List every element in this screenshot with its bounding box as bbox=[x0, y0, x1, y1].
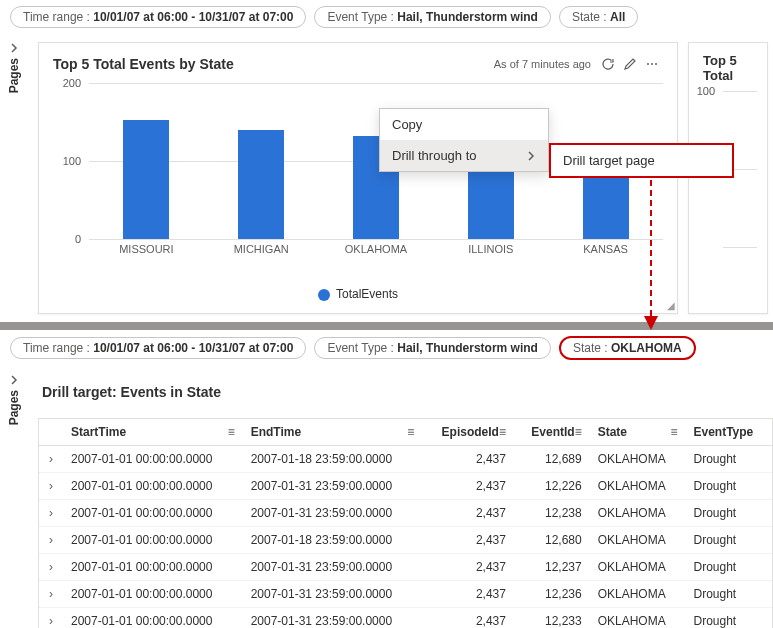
ctx-drill-target-page[interactable]: Drill target page bbox=[551, 145, 732, 176]
time-range-pill[interactable]: Time range : 10/01/07 at 06:00 - 10/31/0… bbox=[10, 6, 306, 28]
event-type-value: Hail, Thunderstorm wind bbox=[397, 341, 538, 355]
cell-eventid: 12,680 bbox=[514, 527, 590, 554]
pages-sidebar-top[interactable]: Pages bbox=[0, 34, 28, 322]
time-range-label: Time range : bbox=[23, 341, 90, 355]
ctx-copy[interactable]: Copy bbox=[380, 109, 548, 140]
ctx-copy-label: Copy bbox=[392, 117, 422, 132]
cell-eventid: 12,238 bbox=[514, 500, 590, 527]
table-row[interactable]: ›2007-01-01 00:00:00.00002007-01-31 23:5… bbox=[39, 554, 772, 581]
x-axis-label: MICHIGAN bbox=[211, 243, 311, 261]
state-pill[interactable]: State : All bbox=[559, 6, 638, 28]
ctx-drill-through[interactable]: Drill through to bbox=[380, 140, 548, 171]
cell-episodeid: 2,437 bbox=[422, 581, 514, 608]
cell-state: OKLAHOMA bbox=[590, 608, 686, 629]
cell-eventid: 12,233 bbox=[514, 608, 590, 629]
legend-label: TotalEvents bbox=[336, 287, 398, 301]
cell-endtime: 2007-01-31 23:59:00.0000 bbox=[243, 608, 423, 629]
ctx-drill-label: Drill through to bbox=[392, 148, 477, 163]
expand-row-icon[interactable]: › bbox=[39, 554, 63, 581]
cell-endtime: 2007-01-18 23:59:00.0000 bbox=[243, 446, 423, 473]
more-icon[interactable] bbox=[641, 53, 663, 75]
cell-endtime: 2007-01-31 23:59:00.0000 bbox=[243, 500, 423, 527]
expand-row-icon[interactable]: › bbox=[39, 608, 63, 629]
cell-state: OKLAHOMA bbox=[590, 554, 686, 581]
event-type-pill[interactable]: Event Type : Hail, Thunderstorm wind bbox=[314, 6, 551, 28]
expand-row-icon[interactable]: › bbox=[39, 473, 63, 500]
resize-handle-icon[interactable]: ◢ bbox=[667, 300, 675, 311]
col-eventtype[interactable]: EventType bbox=[686, 419, 773, 446]
svg-point-1 bbox=[651, 63, 653, 65]
cell-episodeid: 2,437 bbox=[422, 608, 514, 629]
refresh-icon[interactable] bbox=[597, 53, 619, 75]
cell-episodeid: 2,437 bbox=[422, 527, 514, 554]
column-menu-icon[interactable]: ≡ bbox=[228, 425, 235, 439]
top-filter-bar: Time range : 10/01/07 at 06:00 - 10/31/0… bbox=[0, 0, 773, 34]
cell-endtime: 2007-01-31 23:59:00.0000 bbox=[243, 554, 423, 581]
ctx-target-label: Drill target page bbox=[563, 153, 655, 168]
chevron-right-icon bbox=[8, 42, 20, 54]
time-range-pill[interactable]: Time range : 10/01/07 at 06:00 - 10/31/0… bbox=[10, 337, 306, 359]
column-menu-icon[interactable]: ≡ bbox=[575, 425, 582, 439]
time-range-value: 10/01/07 at 06:00 - 10/31/07 at 07:00 bbox=[93, 341, 293, 355]
cell-episodeid: 2,437 bbox=[422, 500, 514, 527]
cell-eventtype: Drought bbox=[686, 581, 773, 608]
table-row[interactable]: ›2007-01-01 00:00:00.00002007-01-18 23:5… bbox=[39, 446, 772, 473]
cell-episodeid: 2,437 bbox=[422, 446, 514, 473]
y-tick: 0 bbox=[75, 233, 81, 245]
expand-row-icon[interactable]: › bbox=[39, 581, 63, 608]
cell-state: OKLAHOMA bbox=[590, 581, 686, 608]
cell-endtime: 2007-01-31 23:59:00.0000 bbox=[243, 473, 423, 500]
cell-starttime: 2007-01-01 00:00:00.0000 bbox=[63, 608, 243, 629]
column-menu-icon[interactable]: ≡ bbox=[407, 425, 414, 439]
side-chart-panel: Top 5 Total 100 50 bbox=[688, 42, 768, 314]
column-menu-icon[interactable]: ≡ bbox=[499, 425, 506, 439]
state-pill-highlighted[interactable]: State : OKLAHOMA bbox=[559, 336, 696, 360]
table-row[interactable]: ›2007-01-01 00:00:00.00002007-01-31 23:5… bbox=[39, 608, 772, 629]
context-menu: Copy Drill through to bbox=[379, 108, 549, 172]
expand-row-icon[interactable]: › bbox=[39, 446, 63, 473]
pages-label: Pages bbox=[7, 390, 21, 425]
cell-starttime: 2007-01-01 00:00:00.0000 bbox=[63, 473, 243, 500]
cell-starttime: 2007-01-01 00:00:00.0000 bbox=[63, 581, 243, 608]
cell-starttime: 2007-01-01 00:00:00.0000 bbox=[63, 446, 243, 473]
expand-row-icon[interactable]: › bbox=[39, 500, 63, 527]
pages-sidebar-bottom[interactable]: Pages bbox=[0, 366, 28, 628]
cell-eventtype: Drought bbox=[686, 554, 773, 581]
cell-episodeid: 2,437 bbox=[422, 473, 514, 500]
cell-state: OKLAHOMA bbox=[590, 500, 686, 527]
expand-row-icon[interactable]: › bbox=[39, 527, 63, 554]
col-endtime[interactable]: EndTime≡ bbox=[243, 419, 423, 446]
col-starttime[interactable]: StartTime≡ bbox=[63, 419, 243, 446]
results-table: StartTime≡ EndTime≡ EpisodeId ≡ EventId … bbox=[38, 418, 773, 628]
cell-starttime: 2007-01-01 00:00:00.0000 bbox=[63, 554, 243, 581]
chart-panel: Top 5 Total Events by State As of 7 minu… bbox=[38, 42, 678, 314]
svg-point-2 bbox=[655, 63, 657, 65]
col-state[interactable]: State≡ bbox=[590, 419, 686, 446]
bar-chart[interactable]: 200 100 0 MISSOURIMICHIGANOKLAHOMAILLINO… bbox=[39, 79, 677, 279]
table-panel-title: Drill target: Events in State bbox=[38, 374, 773, 408]
state-value: OKLAHOMA bbox=[611, 341, 682, 355]
chart-bar[interactable] bbox=[123, 120, 169, 239]
cell-eventid: 12,236 bbox=[514, 581, 590, 608]
table-row[interactable]: ›2007-01-01 00:00:00.00002007-01-18 23:5… bbox=[39, 527, 772, 554]
annotation-arrow bbox=[636, 180, 666, 340]
chevron-right-icon bbox=[8, 374, 20, 386]
context-submenu: Drill target page bbox=[549, 143, 734, 178]
svg-point-0 bbox=[647, 63, 649, 65]
col-episodeid[interactable]: EpisodeId ≡ bbox=[422, 419, 514, 446]
edit-icon[interactable] bbox=[619, 53, 641, 75]
table-row[interactable]: ›2007-01-01 00:00:00.00002007-01-31 23:5… bbox=[39, 500, 772, 527]
y-tick: 100 bbox=[697, 85, 715, 97]
cell-starttime: 2007-01-01 00:00:00.0000 bbox=[63, 527, 243, 554]
chart-bar[interactable] bbox=[238, 130, 284, 239]
col-eventid[interactable]: EventId ≡ bbox=[514, 419, 590, 446]
cell-endtime: 2007-01-18 23:59:00.0000 bbox=[243, 527, 423, 554]
time-range-label: Time range : bbox=[23, 10, 90, 24]
time-range-value: 10/01/07 at 06:00 - 10/31/07 at 07:00 bbox=[93, 10, 293, 24]
table-row[interactable]: ›2007-01-01 00:00:00.00002007-01-31 23:5… bbox=[39, 473, 772, 500]
x-axis-label: OKLAHOMA bbox=[326, 243, 426, 261]
table-row[interactable]: ›2007-01-01 00:00:00.00002007-01-31 23:5… bbox=[39, 581, 772, 608]
column-menu-icon[interactable]: ≡ bbox=[670, 425, 677, 439]
event-type-pill[interactable]: Event Type : Hail, Thunderstorm wind bbox=[314, 337, 551, 359]
cell-state: OKLAHOMA bbox=[590, 527, 686, 554]
